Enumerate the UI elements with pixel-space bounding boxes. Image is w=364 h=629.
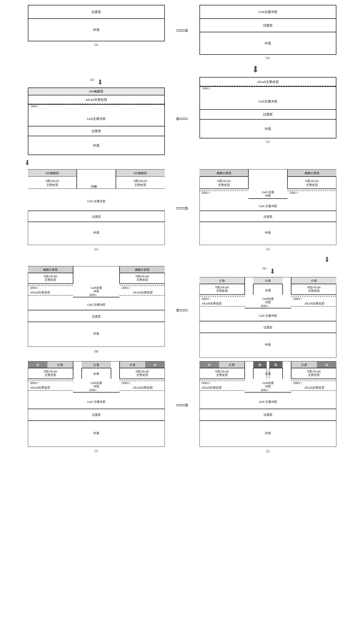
layer-b-substrate: 衬底	[200, 32, 336, 54]
svg-text:介质: 介质	[57, 363, 63, 367]
svg-text:掩膜介质层: 掩膜介质层	[305, 171, 319, 175]
deg-2deg-c: 2DEG↑	[200, 87, 336, 90]
svg-text:介质: 介质	[219, 279, 225, 283]
svg-text:衬底: 衬底	[265, 431, 271, 435]
svg-text:2DEG↑: 2DEG↑	[201, 297, 211, 301]
svg-text:AlGaN次势垒层: AlGaN次势垒层	[30, 291, 50, 294]
svg-text:N型AlGaN: N型AlGaN	[215, 286, 229, 289]
svg-text:主势垒层: 主势垒层	[134, 183, 146, 187]
svg-text:漏: 漏	[153, 363, 156, 367]
layer-c-gan: GaN主缓冲层	[200, 90, 336, 110]
layer-a-transition: 过渡层	[28, 5, 164, 19]
svg-text:GaN 主缓冲层: GaN 主缓冲层	[259, 400, 277, 404]
layer-a-substrate: 衬底	[28, 19, 164, 41]
svg-text:2DEG↑: 2DEG↑	[30, 381, 39, 385]
svg-text:过渡层: 过渡层	[263, 215, 272, 218]
svg-text:N型AlGaN: N型AlGaN	[217, 179, 231, 183]
svg-text:2DEG↑: 2DEG↑	[201, 381, 211, 385]
arrow-d-down: ⬇	[97, 77, 103, 88]
svg-text:N型AlGaN: N型AlGaN	[305, 179, 319, 183]
svg-text:2DEG↑: 2DEG↑	[293, 297, 302, 301]
label-d-top: （d）	[88, 78, 96, 82]
arrow-f-down: ⬇	[324, 254, 330, 265]
svg-text:SiN掩膜层: SiN掩膜层	[45, 171, 59, 175]
svg-text:2DEG: 2DEG	[261, 388, 268, 392]
svg-text:AlGaN次势垒层: AlGaN次势垒层	[201, 302, 222, 305]
panel-f: 掩膜介质层 掩膜介质层 N型AlGaN 主势垒层 N型A	[200, 169, 336, 246]
svg-text:介质: 介质	[265, 279, 271, 283]
svg-text:冲层: 冲层	[265, 194, 271, 197]
svg-text:冲层: 冲层	[265, 301, 271, 304]
label-h-top: （h）	[260, 266, 268, 271]
svg-text:N型AlGaN: N型AlGaN	[215, 370, 229, 373]
panel-h-svg: 介质 介质 介质 N型AlGaN	[200, 277, 336, 358]
svg-text:N型AlGaN: N型AlGaN	[135, 370, 149, 373]
panel-e: SiN掩膜层 SiN掩膜层 N型AlGaN 主势垒层	[28, 169, 165, 246]
svg-text:N型AlGaN: N型AlGaN	[43, 370, 57, 373]
svg-text:AlGaN次势垒层: AlGaN次势垒层	[30, 386, 50, 389]
svg-text:企底: 企底	[93, 372, 99, 375]
svg-text:AlGaN次势垒层: AlGaN次势垒层	[304, 386, 324, 389]
svg-text:介质: 介质	[301, 363, 307, 367]
label-a: （a）	[92, 42, 100, 47]
panel-i: 源 介质 介质 漏	[28, 361, 165, 448]
svg-text:2DEG↑: 2DEG↑	[293, 381, 302, 385]
panel-j: 源 介质 栅 栅	[200, 361, 336, 448]
deg-2deg-d: 2DEG↑	[28, 105, 164, 108]
svg-text:介质: 介质	[229, 363, 235, 367]
label-i: （i）	[93, 449, 100, 453]
svg-text:2DEG↑: 2DEG↑	[289, 191, 298, 194]
spacer-arrow-b: ⬇	[187, 63, 324, 76]
panel-g-block: 掩膜介质层 掩膜介质层 N型AlGaN 主势垒层 N型A	[28, 266, 165, 354]
svg-rect-12	[116, 176, 165, 189]
layer-c-transition: 过渡层	[200, 110, 336, 120]
svg-text:主势垒层: 主势垒层	[216, 373, 228, 377]
row-ab: 过渡层 衬底 （a） ⟹ GaN主缓冲层 过渡层 衬底	[5, 5, 359, 61]
layer-d-sin: SiN掩膜层	[28, 88, 164, 95]
svg-text:GaN 主缓冲层: GaN 主缓冲层	[259, 314, 277, 317]
svg-text:介质: 介质	[311, 279, 317, 283]
svg-text:过渡层: 过渡层	[92, 215, 101, 218]
layer-c-algan: AlGaN主势垒层	[200, 78, 336, 87]
svg-text:2DEG: 2DEG	[89, 293, 97, 297]
svg-text:主势垒层: 主势垒层	[44, 373, 56, 377]
svg-text:N型AlGaN: N型AlGaN	[133, 179, 147, 183]
svg-text:主势垒层: 主势垒层	[44, 278, 56, 282]
svg-text:主势垒层: 主势垒层	[218, 183, 230, 187]
svg-text:AlGaN次势垒层: AlGaN次势垒层	[132, 291, 153, 294]
svg-text:GaN次缓: GaN次缓	[91, 286, 102, 290]
arrow-e-container: ⬇	[5, 157, 359, 168]
svg-text:衬底: 衬底	[93, 332, 99, 335]
arrow-b-down-container: ⬇	[5, 63, 359, 76]
panel-i-svg: 源 介质 介质 漏	[28, 361, 165, 447]
svg-text:N型AlGaN: N型AlGaN	[307, 286, 321, 289]
panel-a-block: 过渡层 衬底 （a）	[28, 5, 165, 61]
svg-text:企底: 企底	[265, 289, 271, 292]
label-e: （e）	[92, 247, 100, 251]
svg-text:主势垒层: 主势垒层	[306, 183, 318, 187]
panel-i-block: 源 介质 介质 漏	[28, 361, 165, 454]
svg-text:栅: 栅	[258, 363, 261, 367]
layer-d-substrate: 衬底	[28, 136, 164, 155]
panel-g-svg: 掩膜介质层 掩膜介质层 N型AlGaN 主势垒层 N型A	[28, 266, 165, 347]
panel-c: AlGaN主势垒层 2DEG↑ GaN主缓冲层 过渡层 衬底	[200, 77, 336, 139]
panel-j-block: 源 介质 栅 栅	[200, 361, 336, 454]
svg-text:衬底: 衬底	[93, 431, 99, 435]
svg-text:过渡层: 过渡层	[263, 326, 272, 329]
svg-text:凹槽: 凹槽	[91, 185, 97, 188]
row-ef: SiN掩膜层 SiN掩膜层 N型AlGaN 主势垒层	[5, 169, 359, 252]
arrow-e-to-f: ⟹	[175, 203, 190, 213]
row-gh: 掩膜介质层 掩膜介质层 N型AlGaN 主势垒层 N型A	[5, 266, 359, 359]
svg-text:栅: 栅	[274, 363, 277, 367]
panel-d: SiN掩膜层 AlGaN主势垒层 2DEG↑ GaN主缓冲层 过渡层 衬底	[28, 88, 165, 155]
row-ij: 源 介质 介质 漏	[5, 361, 359, 454]
panel-a: 过渡层 衬底	[28, 5, 165, 41]
arrow-f-down-container: ⬇	[5, 254, 359, 265]
label-b: （b）	[264, 56, 272, 60]
panel-j-svg: 源 介质 栅 栅	[200, 361, 336, 447]
svg-text:冲层: 冲层	[93, 385, 99, 388]
svg-text:源: 源	[36, 363, 39, 367]
svg-text:SiN掩膜层: SiN掩膜层	[133, 171, 147, 175]
svg-text:过渡层: 过渡层	[92, 315, 101, 318]
panel-b: GaN主缓冲层 过渡层 衬底	[200, 5, 336, 55]
